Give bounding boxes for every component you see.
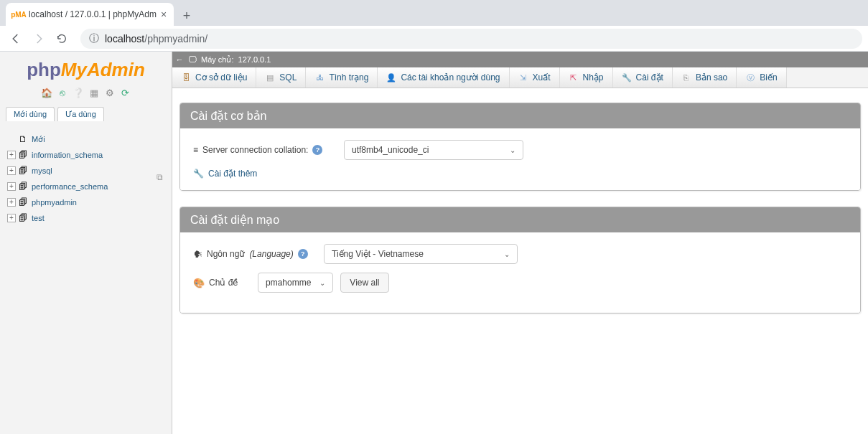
expand-icon[interactable]: + [7,198,16,207]
tab-databases[interactable]: 🗄Cơ sở dữ liệu [172,67,256,88]
info-icon: ⓘ [89,32,99,45]
browser-toolbar: ⓘ localhost/phpmyadmin/ [0,26,868,52]
tree-new-db[interactable]: 🗋 Mới [7,131,172,147]
panel-appearance-title: Cài đặt diện mạo [180,207,860,232]
row-theme: 🎨 Chủ đề pmahomme ⌄ View all [193,273,847,293]
database-icon: 🗐 [19,197,29,207]
row-language: 🗣 Ngôn ngữ (Language) ? Tiếng Việt - Vie… [193,244,847,264]
database-icon: 🗐 [19,150,29,160]
breadcrumb-server-label: Máy chủ: [201,55,234,65]
status-icon: 🖧 [314,72,325,82]
panel-appearance: Cài đặt diện mạo 🗣 Ngôn ngữ (Language) ?… [179,207,861,313]
collation-icon: ≡ [193,145,198,155]
tab-import[interactable]: ⇱Nhập [560,67,613,88]
database-tree: 🗋 Mới + 🗐 information_schema + 🗐 mysql +… [0,121,172,226]
row-collation: ≡ Server connection collation: ? utf8mb4… [193,140,847,160]
reload-icon [56,33,67,44]
expand-icon[interactable]: + [7,214,16,222]
top-tabs: 🗄Cơ sở dữ liệu ▤SQL 🖧Tình trạng 👤Các tài… [172,67,868,88]
database-icon: 🗐 [19,181,29,192]
tab-export[interactable]: ⇲Xuất [510,67,560,88]
new-db-icon: 🗋 [19,134,29,144]
reload-icon[interactable]: ⟳ [120,87,131,98]
export-icon: ⇲ [518,72,528,82]
new-tab-button[interactable]: + [177,6,197,26]
main-area: ← 🖵 Máy chủ: 127.0.0.1 🗄Cơ sở dữ liệu ▤S… [172,52,868,434]
url-bar[interactable]: ⓘ localhost/phpmyadmin/ [80,29,862,49]
breadcrumb: ← 🖵 Máy chủ: 127.0.0.1 [172,52,868,67]
tab-replication[interactable]: ⎘Bản sao [673,67,737,88]
pma-favicon: pMA [13,9,24,20]
tab-users[interactable]: 👤Các tài khoản người dùng [378,67,509,88]
chevron-down-icon: ⌄ [319,279,325,287]
collation-label: ≡ Server connection collation: ? [193,145,337,155]
server-icon: 🖵 [188,55,197,65]
url-host: localhost [105,33,144,44]
tab-favorites[interactable]: Ưa dùng [57,107,104,121]
tree-db-performance_schema[interactable]: + 🗐 performance_schema [7,179,172,194]
sidebar-tabs: Mới dùng Ưa dùng [6,107,172,121]
language-select[interactable]: Tiếng Việt - Vietnamese ⌄ [324,244,518,264]
content: Cài đặt cơ bản ≡ Server connection colla… [172,88,868,344]
variables-icon: ⓥ [745,72,755,82]
collapse-sidebar-icon[interactable]: ← [175,55,184,64]
sql-icon[interactable]: ▦ [88,87,100,98]
tab-recent[interactable]: Mới dùng [6,107,55,121]
back-button[interactable] [6,29,26,49]
view-all-button[interactable]: View all [340,273,388,293]
tab-variables[interactable]: ⓥBiến [737,67,786,88]
tree-db-information_schema[interactable]: + 🗐 information_schema [7,147,172,163]
chevron-down-icon: ⌄ [504,250,510,258]
databases-icon: 🗄 [181,72,191,82]
users-icon: 👤 [386,72,396,82]
collation-select[interactable]: utf8mb4_unicode_ci ⌄ [344,140,523,160]
url-path: /phpmyadmin/ [144,33,207,44]
phpmyadmin-logo[interactable]: phpMyAdmin [0,52,172,84]
forward-button[interactable] [29,29,49,49]
tree-db-phpmyadmin[interactable]: + 🗐 phpmyadmin [7,194,172,210]
more-settings-link[interactable]: 🔧 Cài đặt thêm [193,169,847,179]
theme-icon: 🎨 [193,278,205,288]
tab-status[interactable]: 🖧Tình trạng [306,67,378,88]
expand-icon[interactable]: + [7,182,16,191]
expand-icon[interactable]: + [7,151,16,159]
browser-tab[interactable]: pMA localhost / 127.0.0.1 | phpMyAdm × [6,3,174,26]
wrench-icon: 🔧 [622,72,632,82]
breadcrumb-server-value: 127.0.0.1 [238,55,271,64]
theme-label: 🎨 Chủ đề [193,278,251,288]
theme-select[interactable]: pmahomme ⌄ [258,273,333,293]
logout-icon[interactable]: ⎋ [57,87,68,98]
tab-settings[interactable]: 🔧Cài đặt [613,67,673,88]
language-label: 🗣 Ngôn ngữ (Language) ? [193,249,317,260]
browser-tab-strip: pMA localhost / 127.0.0.1 | phpMyAdm × + [0,0,868,26]
tab-title: localhost / 127.0.0.1 | phpMyAdm [29,9,157,19]
tab-sql[interactable]: ▤SQL [256,67,306,88]
tree-db-mysql[interactable]: + 🗐 mysql [7,163,172,179]
link-icon[interactable]: ⧉ [157,172,163,182]
language-icon: 🗣 [193,249,202,260]
arrow-right-icon [32,32,45,45]
help-icon[interactable]: ? [312,145,322,155]
quick-icons: 🏠 ⎋ ❔ ▦ ⚙ ⟳ [0,84,172,101]
panel-general-title: Cài đặt cơ bản [180,103,860,128]
sql-icon: ▤ [265,72,275,82]
docs-icon[interactable]: ❔ [73,87,84,98]
close-icon[interactable]: × [161,9,167,20]
replication-icon: ⎘ [681,72,691,82]
gear-icon[interactable]: ⚙ [104,87,116,98]
reload-button[interactable] [52,29,72,49]
arrow-left-icon [9,32,22,45]
chevron-down-icon: ⌄ [510,146,515,154]
panel-general: Cài đặt cơ bản ≡ Server connection colla… [179,103,861,191]
expand-icon[interactable]: + [7,166,16,175]
help-icon[interactable]: ? [298,249,308,259]
import-icon: ⇱ [569,72,579,82]
home-icon[interactable]: 🏠 [41,87,52,98]
wrench-icon: 🔧 [193,169,204,179]
tree-db-test[interactable]: + 🗐 test [7,210,172,226]
database-icon: 🗐 [19,213,29,223]
sidebar: phpMyAdmin 🏠 ⎋ ❔ ▦ ⚙ ⟳ Mới dùng Ưa dùng … [0,52,172,434]
database-icon: 🗐 [19,166,29,176]
